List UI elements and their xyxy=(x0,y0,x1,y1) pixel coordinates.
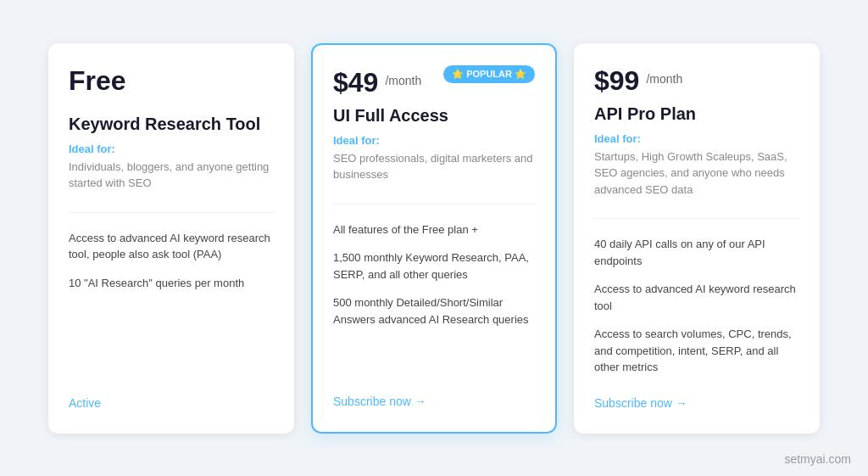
subscribe-link[interactable]: Subscribe now → xyxy=(333,374,535,408)
ideal-for-label: Ideal for: xyxy=(69,143,274,155)
watermark: setmyai.com xyxy=(784,452,851,466)
feature-item-0: 40 daily API calls on any of our API end… xyxy=(594,236,799,269)
popular-badge: ⭐ POPULAR ⭐ xyxy=(443,65,535,83)
feature-item-0: Access to advanced AI keyword research t… xyxy=(69,230,274,263)
price-period: /month xyxy=(385,74,421,87)
ideal-for-text: Startups, High Growth Scaleups, SaaS, SE… xyxy=(594,148,799,199)
feature-item-0: All features of the Free plan + xyxy=(333,221,535,238)
price-period: /month xyxy=(646,72,682,86)
price-amount: $99 xyxy=(594,67,639,94)
feature-item-1: 10 "AI Research" queries per month xyxy=(69,275,274,292)
features-list: 40 daily API calls on any of our API end… xyxy=(594,236,799,376)
price-row: $99/month xyxy=(594,67,799,94)
features-list: Access to advanced AI keyword research t… xyxy=(69,230,274,376)
price-row: $49/month⭐ POPULAR ⭐ xyxy=(333,69,535,96)
ideal-for-label: Ideal for: xyxy=(333,134,535,147)
plan-name: Keyword Research Tool xyxy=(69,115,274,134)
subscribe-link[interactable]: Subscribe now → xyxy=(594,376,799,410)
active-label: Active xyxy=(69,376,274,410)
pricing-card-free: FreeKeyword Research ToolIdeal for:Indiv… xyxy=(48,43,294,434)
pricing-card-api: $99/monthAPI Pro PlanIdeal for:Startups,… xyxy=(574,43,820,434)
features-list: All features of the Free plan +1,500 mon… xyxy=(333,221,535,374)
plan-name: UI Full Access xyxy=(333,106,535,126)
feature-item-1: Access to advanced AI keyword research t… xyxy=(594,281,799,314)
divider xyxy=(594,218,799,219)
divider xyxy=(333,204,535,204)
ideal-for-text: Individuals, bloggers, and anyone gettin… xyxy=(69,159,274,192)
price-amount: Free xyxy=(69,67,126,94)
feature-item-1: 1,500 monthly Keyword Research, PAA, SER… xyxy=(333,249,535,283)
pricing-card-pro: $49/month⭐ POPULAR ⭐UI Full AccessIdeal … xyxy=(311,43,557,434)
feature-item-2: 500 monthly Detailed/Short/Similar Answe… xyxy=(333,294,535,328)
ideal-for-label: Ideal for: xyxy=(594,132,799,145)
feature-item-2: Access to search volumes, CPC, trends, a… xyxy=(594,326,799,376)
pricing-container: FreeKeyword Research ToolIdeal for:Indiv… xyxy=(0,18,868,459)
plan-name: API Pro Plan xyxy=(594,104,799,124)
divider xyxy=(69,212,274,213)
price-amount: $49 xyxy=(333,69,378,96)
ideal-for-text: SEO professionals, digital marketers and… xyxy=(333,150,535,183)
price-row: Free xyxy=(69,67,274,104)
